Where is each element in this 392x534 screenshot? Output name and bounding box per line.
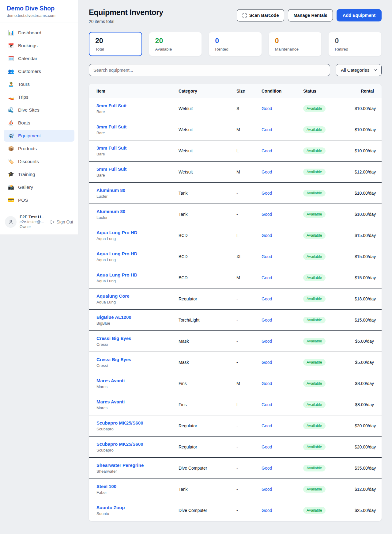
stat-card[interactable]: 0 Retired	[328, 32, 382, 56]
stat-card[interactable]: 20 Total	[89, 32, 142, 56]
condition-link[interactable]: Good	[262, 233, 272, 238]
sidebar-nav-item[interactable]: ⛵ Boats	[4, 117, 74, 129]
rental-rate: $15.00/day	[355, 318, 376, 322]
sidebar: Demo Dive Shop demo.test.divestreams.com…	[0, 0, 78, 235]
condition-link[interactable]: Good	[262, 254, 272, 259]
condition-link[interactable]: Good	[262, 148, 272, 153]
condition-link[interactable]: Good	[262, 339, 272, 344]
sign-out-button[interactable]: Sign Out	[50, 219, 73, 224]
table-row: Mares Avanti Mares Fins M Good Available…	[89, 373, 382, 394]
item-name-link[interactable]: BigBlue AL1200	[96, 315, 179, 320]
status-badge: Available	[303, 338, 326, 345]
item-name-link[interactable]: Mares Avanti	[96, 378, 179, 383]
category-cell: Mask	[179, 339, 236, 344]
sidebar-nav-item[interactable]: 🚤 Trips	[4, 91, 74, 103]
item-brand: Cressi	[96, 363, 179, 368]
category-selected-value: All Categories	[341, 67, 369, 73]
category-select[interactable]: All Categories	[336, 64, 382, 76]
condition-link[interactable]: Good	[262, 127, 272, 132]
sidebar-nav-item[interactable]: 📊 Dashboard	[4, 27, 74, 39]
sidebar-nav-item[interactable]: 🏝️ Tours	[4, 78, 74, 90]
item-name-link[interactable]: Scubapro MK25/S600	[96, 420, 179, 425]
stat-card[interactable]: 0 Maintenance	[269, 32, 322, 56]
shop-domain: demo.test.divestreams.com	[7, 13, 71, 18]
item-name-link[interactable]: Cressi Big Eyes	[96, 336, 179, 341]
category-cell: Dive Computer	[179, 508, 236, 513]
stat-card[interactable]: 20 Available	[149, 32, 202, 56]
equipment-table: Item Category Size Condition Status Rent…	[89, 84, 382, 521]
size-cell: S	[236, 106, 262, 111]
sign-out-label: Sign Out	[57, 219, 73, 224]
item-name-link[interactable]: Scubapro MK25/S600	[96, 441, 179, 447]
sidebar-nav-item[interactable]: 🎓 Training	[4, 168, 74, 180]
condition-link[interactable]: Good	[262, 487, 272, 492]
condition-link[interactable]: Good	[262, 275, 272, 280]
condition-link[interactable]: Good	[262, 106, 272, 111]
add-equipment-button[interactable]: Add Equipment	[337, 9, 382, 21]
condition-link[interactable]: Good	[262, 444, 272, 449]
sidebar-nav-item[interactable]: 🌊 Dive Sites	[4, 104, 74, 116]
item-name-link[interactable]: Aqualung Core	[96, 293, 179, 299]
item-name-link[interactable]: 3mm Full Suit	[96, 103, 179, 108]
sidebar-nav-item[interactable]: 📅 Bookings	[4, 40, 74, 51]
sidebar-nav-item[interactable]: 👥 Customers	[4, 65, 74, 77]
table-row: 3mm Full Suit Bare Wetsuit S Good Availa…	[89, 98, 382, 119]
sidebar-nav-item[interactable]: 🏷️ Discounts	[4, 155, 74, 167]
category-cell: BCD	[179, 275, 236, 280]
category-cell: Wetsuit	[179, 106, 236, 111]
size-cell: -	[236, 339, 262, 344]
sidebar-nav-item[interactable]: 🤿 Equipment	[4, 130, 74, 142]
item-name-link[interactable]: Aqua Lung Pro HD	[96, 230, 179, 235]
size-cell: L	[236, 148, 262, 153]
item-name-link[interactable]: Aluminum 80	[96, 188, 179, 193]
condition-link[interactable]: Good	[262, 381, 272, 386]
sidebar-nav-item[interactable]: 💳 POS	[4, 194, 74, 206]
item-cell: 3mm Full Suit Bare	[96, 145, 179, 156]
table-header-row: Item Category Size Condition Status Rent…	[89, 84, 382, 98]
item-name-link[interactable]: Mares Avanti	[96, 399, 179, 404]
condition-link[interactable]: Good	[262, 360, 272, 365]
size-cell: XL	[236, 254, 262, 259]
item-name-link[interactable]: Aluminum 80	[96, 209, 179, 214]
item-name-link[interactable]: 5mm Full Suit	[96, 166, 179, 172]
item-brand: Luxfer	[96, 215, 179, 220]
rental-rate: $10.00/day	[355, 212, 376, 217]
status-badge: Available	[303, 126, 326, 133]
condition-link[interactable]: Good	[262, 191, 272, 196]
bar-chart-icon: 📊	[8, 30, 14, 36]
status-badge: Available	[303, 190, 326, 196]
stat-card[interactable]: 0 Rented	[209, 32, 262, 56]
size-cell: L	[236, 402, 262, 407]
item-name-link[interactable]: 3mm Full Suit	[96, 145, 179, 151]
table-row: Shearwater Peregrine Shearwater Dive Com…	[89, 458, 382, 479]
condition-link[interactable]: Good	[262, 423, 272, 428]
sidebar-nav-item[interactable]: 📦 Products	[4, 143, 74, 154]
condition-link[interactable]: Good	[262, 466, 272, 471]
item-name-link[interactable]: Steel 100	[96, 484, 179, 489]
condition-link[interactable]: Good	[262, 402, 272, 407]
item-name-link[interactable]: Shearwater Peregrine	[96, 463, 179, 468]
rental-rate: $8.00/day	[355, 402, 374, 407]
item-name-link[interactable]: Aqua Lung Pro HD	[96, 272, 179, 277]
manage-rentals-button[interactable]: Manage Rentals	[288, 9, 333, 21]
size-cell: -	[236, 487, 262, 492]
condition-link[interactable]: Good	[262, 296, 272, 301]
item-cell: Aluminum 80 Luxfer	[96, 188, 179, 199]
item-name-link[interactable]: Suunto Zoop	[96, 505, 179, 510]
scan-barcode-button[interactable]: Scan Barcode	[237, 9, 285, 21]
sidebar-nav-item[interactable]: 🗓️ Calendar	[4, 52, 74, 64]
search-input[interactable]	[89, 64, 330, 76]
category-cell: Wetsuit	[179, 148, 236, 153]
item-name-link[interactable]: Aqua Lung Pro HD	[96, 251, 179, 256]
size-cell: -	[236, 508, 262, 513]
item-cell: Mares Avanti Mares	[96, 399, 179, 410]
sidebar-nav-item[interactable]: 📸 Gallery	[4, 181, 74, 193]
table-row: 5mm Full Suit Bare Wetsuit M Good Availa…	[89, 162, 382, 183]
condition-link[interactable]: Good	[262, 318, 272, 322]
search-box	[89, 64, 330, 76]
condition-link[interactable]: Good	[262, 212, 272, 217]
condition-link[interactable]: Good	[262, 170, 272, 174]
item-name-link[interactable]: Cressi Big Eyes	[96, 357, 179, 362]
condition-link[interactable]: Good	[262, 508, 272, 513]
item-name-link[interactable]: 3mm Full Suit	[96, 124, 179, 129]
